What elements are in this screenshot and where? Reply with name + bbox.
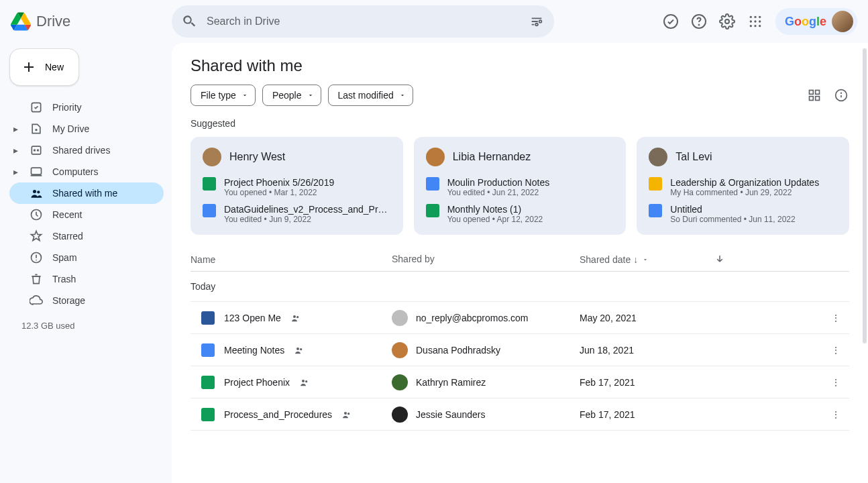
sidebar-item-trash[interactable]: ▸Trash: [9, 268, 164, 290]
sharer-name: Jessie Saunders: [416, 409, 486, 420]
priority-icon: [30, 101, 43, 114]
file-row[interactable]: Process_and_ProceduresJessie SaundersFeb…: [191, 398, 849, 431]
search-icon[interactable]: [181, 13, 197, 30]
suggested-file[interactable]: Project Phoenix 5/26/2019You opened • Ma…: [203, 177, 391, 197]
svg-point-22: [37, 191, 40, 193]
svg-point-21: [33, 190, 36, 193]
sidebar-item-spam[interactable]: ▸Spam: [9, 247, 164, 268]
shared-icon: [299, 377, 310, 388]
person-name: Libia Hernandez: [453, 151, 531, 163]
suggested-file[interactable]: Moulin Production NotesYou edited • Jun …: [426, 177, 614, 197]
apps-grid-icon[interactable]: [747, 13, 763, 30]
shared-icon: [30, 186, 43, 200]
svg-point-19: [37, 149, 39, 151]
filter-chip-label: File type: [201, 90, 236, 101]
sharer-avatar: [392, 374, 408, 390]
svg-point-9: [750, 20, 752, 22]
suggested-card[interactable]: Libia HernandezMoulin Production NotesYo…: [414, 137, 627, 235]
filter-chip-label: Last modified: [338, 90, 394, 101]
suggested-row: Henry WestProject Phoenix 5/26/2019You o…: [191, 137, 849, 235]
help-icon[interactable]: [691, 13, 707, 30]
shareddrives-icon: [30, 144, 43, 157]
google-logo: Google: [785, 15, 826, 29]
suggested-file[interactable]: UntitledSo Duri commented • Jun 11, 2022: [649, 204, 837, 224]
svg-point-33: [293, 315, 296, 318]
sidebar-item-mydrive[interactable]: ▸My Drive: [9, 118, 164, 140]
svg-rect-20: [32, 168, 42, 174]
chevron-down-icon: [241, 92, 248, 99]
page-title: Shared with me: [191, 56, 849, 75]
file-row[interactable]: Meeting NotesDusana PodhradskyJun 18, 20…: [191, 334, 849, 366]
search-options-icon[interactable]: [529, 13, 545, 30]
sidebar-item-shared[interactable]: ▸Shared with me: [9, 182, 164, 204]
file-subtitle: You edited • Jun 21, 2022: [447, 188, 550, 197]
brand[interactable]: Drive: [11, 12, 172, 31]
account-chip[interactable]: Google: [775, 8, 857, 35]
shared-date: Jun 18, 2021: [580, 345, 714, 356]
chevron-down-icon: [307, 92, 314, 99]
scrollbar[interactable]: [863, 48, 867, 343]
suggested-card[interactable]: Henry WestProject Phoenix 5/26/2019You o…: [191, 137, 403, 235]
storage-used-label: 12.3 GB used: [9, 311, 164, 331]
svg-rect-17: [32, 146, 40, 154]
sheets-icon: [201, 408, 215, 421]
settings-gear-icon[interactable]: [719, 13, 735, 30]
slides-icon: [649, 177, 662, 191]
more-actions-button[interactable]: ⋮: [822, 345, 849, 356]
sidebar-item-label: Storage: [52, 295, 85, 306]
sidebar-item-recent[interactable]: ▸Recent: [9, 204, 164, 225]
layout-grid-icon[interactable]: [806, 87, 822, 103]
file-row[interactable]: Project PhoenixKathryn RamirezFeb 17, 20…: [191, 366, 849, 398]
suggested-card[interactable]: Tal LeviLeadership & Organization Update…: [637, 137, 849, 235]
filter-chip-file-type[interactable]: File type: [191, 85, 256, 106]
svg-rect-28: [810, 97, 814, 101]
svg-point-8: [759, 16, 761, 18]
search-bar[interactable]: [172, 5, 554, 38]
spam-icon: [30, 251, 43, 264]
sidebar-item-label: Shared with me: [52, 188, 117, 199]
file-row[interactable]: 123 Open Meno_reply@abcpromos.comMay 20,…: [191, 302, 849, 334]
new-button[interactable]: New: [9, 48, 79, 86]
search-input[interactable]: [207, 15, 519, 28]
svg-point-7: [754, 16, 756, 18]
sheets-icon: [201, 376, 215, 389]
file-title: Untitled: [670, 204, 795, 215]
chevron-right-icon: ▸: [13, 166, 20, 177]
col-sort-arrow[interactable]: [714, 254, 822, 266]
sidebar-item-label: Starred: [52, 231, 83, 241]
info-icon[interactable]: [833, 87, 849, 103]
sidebar-item-priority[interactable]: ▸Priority: [9, 97, 164, 118]
more-actions-button[interactable]: ⋮: [822, 409, 849, 420]
offline-ready-icon[interactable]: [663, 13, 679, 30]
sharer-name: Kathryn Ramirez: [416, 377, 486, 388]
shared-date: Feb 17, 2021: [580, 377, 714, 388]
sharer-avatar: [392, 342, 408, 358]
filter-chip-last-modified[interactable]: Last modified: [328, 85, 413, 106]
svg-point-5: [725, 19, 729, 23]
sidebar-item-computers[interactable]: ▸Computers: [9, 161, 164, 182]
col-shared-date[interactable]: Shared date ↓: [580, 254, 714, 266]
suggested-file[interactable]: Leadership & Organization UpdatesMy Ha c…: [649, 177, 837, 197]
suggested-file[interactable]: DataGuidelines_v2_Process_and_Pr…You edi…: [203, 204, 391, 224]
user-avatar[interactable]: [832, 11, 853, 32]
shared-icon: [290, 313, 301, 323]
more-actions-button[interactable]: ⋮: [822, 377, 849, 388]
more-actions-button[interactable]: ⋮: [822, 313, 849, 323]
sidebar-item-storage[interactable]: ▸Storage: [9, 290, 164, 311]
sidebar-item-label: Recent: [52, 209, 82, 220]
suggested-file[interactable]: Monthly Notes (1)You opened • Apr 12, 20…: [426, 204, 614, 224]
col-name[interactable]: Name: [191, 254, 392, 266]
sidebar-item-label: Shared drives: [52, 145, 110, 156]
sharer-name: no_reply@abcpromos.com: [416, 313, 529, 323]
chevron-down-icon: [399, 92, 406, 99]
svg-point-10: [754, 20, 756, 22]
svg-rect-26: [810, 91, 814, 95]
arrow-down-icon: [714, 254, 726, 266]
sheets-icon: [203, 177, 216, 191]
sidebar-item-starred[interactable]: ▸Starred: [9, 225, 164, 247]
svg-point-2: [664, 15, 677, 28]
svg-point-16: [35, 129, 37, 131]
sidebar-item-shareddrives[interactable]: ▸Shared drives: [9, 140, 164, 161]
filter-chip-people[interactable]: People: [262, 85, 321, 106]
docs-icon: [201, 343, 215, 357]
